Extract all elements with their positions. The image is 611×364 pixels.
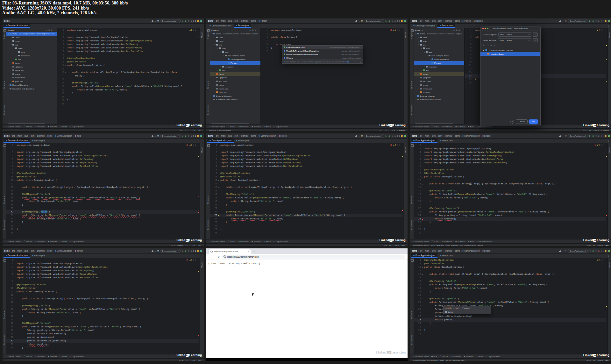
- breadcrumb-item[interactable]: DemoApplication: [462, 135, 480, 137]
- toolwindow-todo[interactable]: ☰TODO: [24, 240, 32, 243]
- toolwindow-todo[interactable]: ☰TODO: [228, 240, 235, 243]
- project-panel-title[interactable]: Project: [415, 29, 421, 31]
- tree-item-test[interactable]: ›test: [6, 58, 57, 61]
- breadcrumb-item[interactable]: src: [420, 20, 423, 22]
- caret-position-indicator[interactable]: 23:18 LF UTF-8 Tab*: [382, 245, 405, 246]
- run-configuration-select[interactable]: DemoApplication ▾: [160, 19, 181, 23]
- horizontal-scrollbar[interactable]: [8, 123, 45, 124]
- breadcrumb-item[interactable]: person: [482, 250, 491, 252]
- code-editor[interactable]: 1package com.example.demo;23import org.s…: [6, 143, 200, 239]
- toolwindow-terminal[interactable]: ▣Terminal: [48, 355, 57, 358]
- generate-getters-setters-dialog[interactable]: Select Fields to Generate Getters and Se…: [480, 26, 541, 126]
- structure-stripe-label[interactable]: Structure: [207, 81, 209, 89]
- bookmarks-stripe-label[interactable]: Bookmarks: [3, 220, 5, 230]
- caret-position-indicator[interactable]: 28:22 LF UTF-8 Tab*: [586, 360, 609, 361]
- breadcrumb-item[interactable]: demo: [412, 135, 417, 137]
- toolwindow-build[interactable]: ⚒Build: [60, 355, 67, 358]
- editor-scrollbar[interactable]: [198, 143, 199, 239]
- run-configuration-select[interactable]: DemoApplication ▾: [568, 19, 588, 23]
- toolwindow-version-control[interactable]: ⌥Version Control: [5, 240, 21, 243]
- profiler-button[interactable]: ↻: [595, 250, 597, 252]
- collapse-all-icon[interactable]: ⇅: [48, 29, 50, 31]
- tree-item--mvn[interactable]: ›.mvn: [414, 39, 464, 43]
- run-button[interactable]: ▶: [182, 135, 183, 137]
- project-toolwindow-icon[interactable]: [4, 29, 6, 32]
- breadcrumb-item[interactable]: src: [420, 250, 423, 252]
- toolwindow-problems[interactable]: ⊘Problems: [451, 355, 461, 358]
- settings-gear-icon[interactable]: ⚙: [51, 29, 53, 31]
- build-tools-icon[interactable]: ⚒: [157, 20, 159, 22]
- caret-position-indicator[interactable]: 22:24 (5 chars) LF UTF-8 Tab*: [171, 245, 201, 246]
- debug-button[interactable]: ◉: [592, 135, 594, 137]
- toolwindow-todo[interactable]: ☰TODO: [431, 240, 439, 243]
- run-configuration-select[interactable]: DemoApplication ▾: [160, 134, 181, 138]
- stop-button[interactable]: ■: [191, 250, 192, 252]
- debug-button[interactable]: ◉: [185, 135, 187, 137]
- toolwindow-build[interactable]: ⚒Build: [468, 240, 474, 243]
- collapse-all-icon[interactable]: ÷: [494, 44, 495, 47]
- field-node-greeting[interactable]: greeting:String: [480, 52, 540, 56]
- breadcrumb-item[interactable]: DemoApplication: [259, 135, 276, 137]
- toolwindow-terminal[interactable]: ▣Terminal: [48, 240, 57, 243]
- tree-item--mvn[interactable]: ›.mvn: [6, 39, 57, 43]
- tree-item-scratches-and-consoles[interactable]: Scratches and Consoles: [414, 98, 464, 102]
- notifications-icon[interactable]: [401, 20, 403, 22]
- tree-item-external-libraries[interactable]: ›External Libraries: [6, 83, 57, 87]
- tab-demoapplication-java[interactable]: DemoApplication.java: [207, 139, 234, 143]
- project-panel-title[interactable]: Project: [211, 29, 217, 31]
- toolwindow-terminal[interactable]: ▣Terminal: [455, 125, 465, 128]
- more-options-icon[interactable]: ⋮: [402, 25, 408, 27]
- toolwindow-dependencies[interactable]: ◫Dependencies: [274, 125, 288, 128]
- tree-item-external-libraries[interactable]: ›External Libraries: [210, 94, 260, 98]
- toolwindow-build[interactable]: ⚒Build: [60, 240, 67, 243]
- toolwindow-todo[interactable]: ☰TODO: [24, 355, 32, 358]
- breadcrumb-item[interactable]: main: [18, 135, 22, 137]
- tree-item-src[interactable]: vsrc: [414, 43, 464, 47]
- toolwindow-dependencies[interactable]: ◫Dependencies: [70, 125, 84, 128]
- bookmarks-stripe-label[interactable]: Bookmarks: [411, 220, 413, 230]
- debug-button[interactable]: ◉: [388, 20, 390, 22]
- tree-item-mvnw[interactable]: mvnw: [414, 83, 464, 87]
- bookmarks-stripe-label[interactable]: Bookmarks: [3, 105, 5, 115]
- breadcrumb-item[interactable]: main: [221, 20, 226, 22]
- maven-stripe-label[interactable]: Maven: [201, 32, 203, 38]
- sort-icon[interactable]: ⇅: [483, 44, 485, 47]
- breadcrumb-item[interactable]: java: [24, 250, 28, 252]
- structure-stripe-label[interactable]: Structure: [3, 196, 5, 204]
- breadcrumb-item[interactable]: DemoApplication: [55, 250, 72, 252]
- bookmarks-stripe-label[interactable]: Bookmarks: [411, 335, 413, 345]
- run-button[interactable]: ▶: [589, 135, 591, 137]
- breadcrumb-item[interactable]: src: [216, 135, 219, 137]
- toolwindow-version-control[interactable]: ⌥Version Control: [413, 240, 429, 243]
- maven-stripe-label[interactable]: Maven: [201, 147, 203, 153]
- autocomplete-item[interactable]: UnableToRegisterMBeanExceptionorg.spring…: [282, 49, 363, 53]
- more-options-icon[interactable]: ⋮: [402, 139, 408, 142]
- next-tip-link[interactable]: Next Tip: [343, 61, 349, 63]
- tree-item-main[interactable]: vmain: [6, 46, 57, 50]
- run-configuration-select[interactable]: DemoApplication ▾: [160, 249, 181, 253]
- search-icon[interactable]: [193, 250, 196, 252]
- stop-button[interactable]: ■: [394, 135, 396, 137]
- tree-item-target[interactable]: ›target: [414, 72, 464, 76]
- editor-scrollbar[interactable]: [606, 143, 607, 239]
- user-icon[interactable]: [152, 250, 154, 252]
- breadcrumb-item[interactable]: hello: [75, 135, 81, 137]
- breadcrumb-item[interactable]: com: [234, 20, 238, 22]
- caret-position-indicator[interactable]: 27:36 LF UTF-8 Tab*: [179, 360, 201, 361]
- tab-person-java[interactable]: Person.java: [234, 139, 251, 143]
- tree-item-mvnw[interactable]: mvnw: [210, 83, 260, 87]
- maven-stripe-label[interactable]: Maven: [608, 147, 610, 153]
- breadcrumb-item[interactable]: example: [444, 20, 452, 22]
- tree-item-main[interactable]: vmain: [414, 46, 464, 50]
- inspection-widget[interactable]: ▲4∧ ∨: [597, 29, 604, 31]
- breadcrumb-item[interactable]: person: [75, 250, 83, 252]
- ok-button[interactable]: OK: [529, 119, 538, 124]
- breadcrumb-item[interactable]: example: [241, 20, 248, 22]
- more-options-icon[interactable]: ⋮: [606, 254, 611, 257]
- hide-panel-icon[interactable]: —: [461, 29, 463, 31]
- toolwindow-build[interactable]: ⚒Build: [60, 125, 67, 128]
- tab-demoapplication-java[interactable]: DemoApplication.java: [411, 139, 437, 143]
- tab-person-java[interactable]: Person.java: [437, 139, 455, 143]
- toolwindow-terminal[interactable]: ▣Terminal: [252, 240, 261, 243]
- notifications-icon[interactable]: [605, 135, 607, 137]
